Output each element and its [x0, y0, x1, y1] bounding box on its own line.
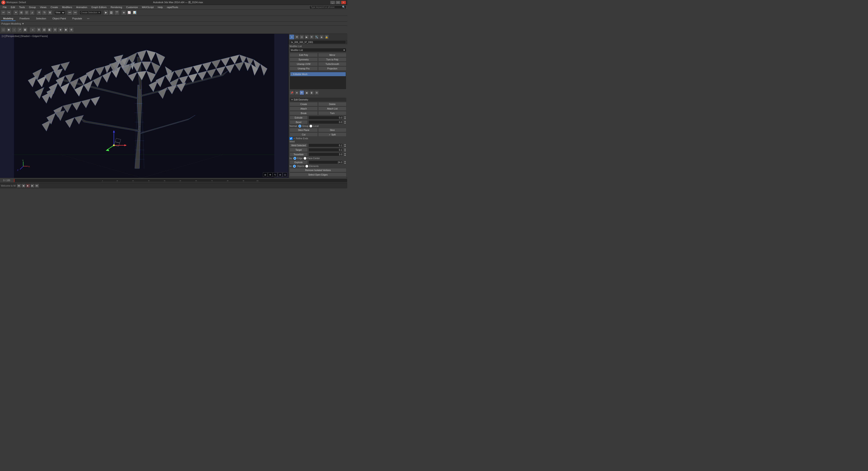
- turn-button[interactable]: Turn: [318, 111, 346, 115]
- tab-selection[interactable]: Selection: [34, 16, 48, 21]
- tab-object-paint[interactable]: Object Paint: [50, 16, 68, 21]
- go-start-button[interactable]: ⏮: [17, 184, 21, 188]
- vp-zoom-button[interactable]: ⊕: [278, 172, 282, 177]
- bevel-up[interactable]: ▲: [344, 120, 346, 122]
- vp-orbit-button[interactable]: ↻: [273, 172, 277, 177]
- sub-tool-12[interactable]: ◉: [63, 27, 68, 32]
- normal-local-radio[interactable]: [309, 125, 312, 128]
- tess-down[interactable]: ▼: [344, 155, 346, 156]
- weld-down[interactable]: ▼: [344, 145, 346, 147]
- menu-rendering[interactable]: Rendering: [109, 5, 124, 9]
- refine-ends-checkbox[interactable]: [289, 137, 292, 140]
- vp-pan-button[interactable]: ✥: [268, 172, 272, 177]
- cut-button[interactable]: Cut: [289, 133, 318, 137]
- object-name-input[interactable]: [290, 40, 346, 44]
- weld-selected-value[interactable]: [309, 143, 343, 147]
- weld-target-button[interactable]: Target: [289, 148, 308, 152]
- weld-target-value[interactable]: [309, 148, 343, 152]
- explode-up[interactable]: ▲: [344, 161, 346, 162]
- schematic-button[interactable]: 📊: [132, 10, 137, 15]
- menu-modifiers[interactable]: Modifiers: [60, 5, 74, 9]
- target-up[interactable]: ▲: [344, 148, 346, 150]
- menu-file[interactable]: File: [1, 5, 8, 9]
- lock-icon[interactable]: 🔒: [324, 35, 329, 39]
- sub-tool-5[interactable]: ▦: [23, 27, 28, 32]
- bevel-down[interactable]: ▼: [344, 122, 346, 124]
- bevel-button[interactable]: Bevel: [289, 120, 308, 124]
- vp-zoom-all-button[interactable]: ⊡: [283, 172, 287, 177]
- create-button[interactable]: Create: [289, 102, 318, 106]
- tab-modeling[interactable]: Modeling: [1, 16, 16, 21]
- symmetry-btn[interactable]: Symmetry: [289, 58, 318, 62]
- menu-group[interactable]: Group: [27, 5, 38, 9]
- projection-btn[interactable]: Projection: [318, 66, 346, 71]
- modify-panel-icon[interactable]: ⚒: [294, 35, 299, 39]
- utilities-panel-icon[interactable]: 🔧: [314, 35, 319, 39]
- curve-editor-button[interactable]: 📈: [127, 10, 132, 15]
- tessellate-button[interactable]: Tessellate: [289, 152, 308, 157]
- time-cursor[interactable]: [14, 179, 14, 182]
- extrude-value[interactable]: [309, 116, 343, 120]
- display-panel-icon[interactable]: 👁: [309, 35, 314, 39]
- motion-panel-icon[interactable]: ▶: [305, 35, 309, 39]
- sub-tool-2[interactable]: ◉: [6, 27, 11, 32]
- workspace-selector[interactable]: Workspace: Default: [6, 1, 26, 4]
- normal-group-radio[interactable]: [298, 125, 301, 128]
- move-button[interactable]: ✛: [36, 10, 41, 15]
- select-object-button[interactable]: ☑: [24, 10, 29, 15]
- maximize-button[interactable]: □: [336, 1, 341, 4]
- poly-modeling-label[interactable]: Polygon Modeling ▼: [1, 22, 24, 25]
- sub-tool-4[interactable]: ↗: [17, 27, 22, 32]
- split-button[interactable]: ✓ Split: [318, 133, 346, 137]
- weld-selected-button[interactable]: Weld Selected: [289, 143, 308, 147]
- search-input[interactable]: [311, 6, 342, 8]
- stack-pin-btn[interactable]: 📌: [289, 90, 294, 95]
- tab-freeform[interactable]: Freeform: [18, 16, 32, 21]
- explode-down[interactable]: ▼: [344, 162, 346, 164]
- align-button[interactable]: ⊶: [73, 10, 78, 15]
- mirror-button[interactable]: ⊷: [67, 10, 72, 15]
- material-editor-button[interactable]: ◈: [121, 10, 126, 15]
- turn-to-poly-btn[interactable]: Turn to Poly: [318, 58, 346, 62]
- rotate-button[interactable]: ↻: [42, 10, 47, 15]
- go-end-button[interactable]: ⏭: [35, 184, 39, 188]
- create-panel-icon[interactable]: ✦: [289, 35, 294, 39]
- menu-views[interactable]: Views: [38, 5, 48, 9]
- menu-help[interactable]: Help: [156, 5, 165, 9]
- scale-button[interactable]: ⊠: [48, 10, 52, 15]
- vp-maximize-button[interactable]: ⊞: [263, 172, 268, 177]
- stack-settings-btn[interactable]: ⚙: [314, 90, 319, 95]
- sub-tool-13[interactable]: ⊕: [69, 27, 74, 32]
- minimize-button[interactable]: _: [330, 1, 335, 4]
- unwrap-pro-btn[interactable]: Unwrap Pro: [289, 66, 318, 71]
- undo-button[interactable]: ↩: [1, 10, 6, 15]
- render-frame-button[interactable]: 🖼: [109, 10, 114, 15]
- tess-edge-radio[interactable]: [293, 157, 296, 160]
- bevel-value[interactable]: [309, 120, 343, 124]
- stack-delete-btn[interactable]: 🗑: [309, 90, 314, 95]
- search-bar[interactable]: 🔍: [309, 5, 346, 9]
- selection-filter[interactable]: Create Selection ▼: [80, 10, 101, 15]
- prev-frame-button[interactable]: ◀: [22, 184, 26, 188]
- tessellate-value[interactable]: [309, 153, 343, 156]
- select-open-edges-button[interactable]: Select Open Edges: [289, 173, 346, 177]
- sub-tool-11[interactable]: ◈: [58, 27, 63, 32]
- extrude-down[interactable]: ▼: [344, 117, 346, 120]
- menu-maxscript[interactable]: MAXScript: [140, 5, 155, 9]
- delete-button[interactable]: Delete: [318, 102, 346, 106]
- turbosmooth-btn[interactable]: TurboSmooth: [318, 62, 346, 66]
- tess-up[interactable]: ▲: [344, 153, 346, 155]
- stack-highlight-btn[interactable]: ★: [294, 90, 299, 95]
- tess-face-center-radio[interactable]: [304, 157, 307, 160]
- timeline-track[interactable]: 0 10 20 30 40 50 60 70 80 90 100: [13, 179, 347, 182]
- menu-graph-editors[interactable]: Graph Editors: [90, 5, 108, 9]
- sub-tool-10[interactable]: ⊟: [53, 27, 58, 32]
- mirror-btn[interactable]: Mirror: [318, 53, 346, 57]
- viewport[interactable]: [+] [Perspective] [Shaded + Edged Faces]: [0, 34, 289, 178]
- sub-tool-7[interactable]: ⊞: [36, 27, 41, 32]
- redo-button[interactable]: ↪: [6, 10, 11, 15]
- explode-value[interactable]: [309, 161, 343, 164]
- unwrap-uvw-btn[interactable]: Unwrap UVW: [289, 62, 318, 66]
- hierarchy-panel-icon[interactable]: ⊡: [300, 35, 304, 39]
- sub-tool-6[interactable]: ≡: [30, 27, 36, 32]
